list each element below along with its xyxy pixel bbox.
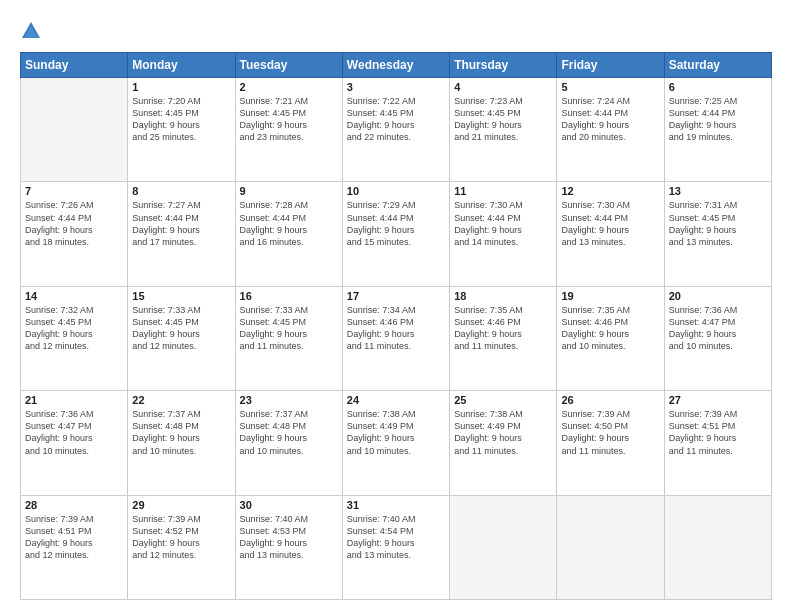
calendar-day-cell: 23Sunrise: 7:37 AMSunset: 4:48 PMDayligh…: [235, 391, 342, 495]
calendar-day-cell: 1Sunrise: 7:20 AMSunset: 4:45 PMDaylight…: [128, 78, 235, 182]
calendar-week-row: 7Sunrise: 7:26 AMSunset: 4:44 PMDaylight…: [21, 182, 772, 286]
day-info: Sunrise: 7:39 AMSunset: 4:50 PMDaylight:…: [561, 408, 659, 457]
day-number: 21: [25, 394, 123, 406]
day-number: 27: [669, 394, 767, 406]
day-number: 20: [669, 290, 767, 302]
day-info: Sunrise: 7:39 AMSunset: 4:52 PMDaylight:…: [132, 513, 230, 562]
calendar-day-cell: 3Sunrise: 7:22 AMSunset: 4:45 PMDaylight…: [342, 78, 449, 182]
day-number: 5: [561, 81, 659, 93]
calendar-day-cell: 31Sunrise: 7:40 AMSunset: 4:54 PMDayligh…: [342, 495, 449, 599]
day-info: Sunrise: 7:39 AMSunset: 4:51 PMDaylight:…: [669, 408, 767, 457]
day-info: Sunrise: 7:36 AMSunset: 4:47 PMDaylight:…: [25, 408, 123, 457]
day-info: Sunrise: 7:36 AMSunset: 4:47 PMDaylight:…: [669, 304, 767, 353]
calendar-day-cell: 5Sunrise: 7:24 AMSunset: 4:44 PMDaylight…: [557, 78, 664, 182]
day-number: 12: [561, 185, 659, 197]
day-number: 8: [132, 185, 230, 197]
day-info: Sunrise: 7:35 AMSunset: 4:46 PMDaylight:…: [561, 304, 659, 353]
day-info: Sunrise: 7:27 AMSunset: 4:44 PMDaylight:…: [132, 199, 230, 248]
day-info: Sunrise: 7:23 AMSunset: 4:45 PMDaylight:…: [454, 95, 552, 144]
calendar-day-cell: 11Sunrise: 7:30 AMSunset: 4:44 PMDayligh…: [450, 182, 557, 286]
day-info: Sunrise: 7:33 AMSunset: 4:45 PMDaylight:…: [240, 304, 338, 353]
day-info: Sunrise: 7:38 AMSunset: 4:49 PMDaylight:…: [454, 408, 552, 457]
calendar-day-cell: [450, 495, 557, 599]
day-number: 30: [240, 499, 338, 511]
calendar-table: SundayMondayTuesdayWednesdayThursdayFrid…: [20, 52, 772, 600]
day-info: Sunrise: 7:24 AMSunset: 4:44 PMDaylight:…: [561, 95, 659, 144]
day-number: 11: [454, 185, 552, 197]
day-number: 2: [240, 81, 338, 93]
calendar-day-cell: 14Sunrise: 7:32 AMSunset: 4:45 PMDayligh…: [21, 286, 128, 390]
day-info: Sunrise: 7:29 AMSunset: 4:44 PMDaylight:…: [347, 199, 445, 248]
day-info: Sunrise: 7:37 AMSunset: 4:48 PMDaylight:…: [240, 408, 338, 457]
day-info: Sunrise: 7:30 AMSunset: 4:44 PMDaylight:…: [561, 199, 659, 248]
day-number: 15: [132, 290, 230, 302]
calendar-day-cell: 16Sunrise: 7:33 AMSunset: 4:45 PMDayligh…: [235, 286, 342, 390]
day-info: Sunrise: 7:38 AMSunset: 4:49 PMDaylight:…: [347, 408, 445, 457]
calendar-day-header: Sunday: [21, 53, 128, 78]
day-info: Sunrise: 7:34 AMSunset: 4:46 PMDaylight:…: [347, 304, 445, 353]
calendar-header-row: SundayMondayTuesdayWednesdayThursdayFrid…: [21, 53, 772, 78]
calendar-day-header: Friday: [557, 53, 664, 78]
day-number: 29: [132, 499, 230, 511]
calendar-day-cell: 29Sunrise: 7:39 AMSunset: 4:52 PMDayligh…: [128, 495, 235, 599]
calendar-day-cell: 12Sunrise: 7:30 AMSunset: 4:44 PMDayligh…: [557, 182, 664, 286]
calendar-day-header: Monday: [128, 53, 235, 78]
day-number: 9: [240, 185, 338, 197]
day-info: Sunrise: 7:31 AMSunset: 4:45 PMDaylight:…: [669, 199, 767, 248]
calendar-day-cell: 21Sunrise: 7:36 AMSunset: 4:47 PMDayligh…: [21, 391, 128, 495]
day-info: Sunrise: 7:37 AMSunset: 4:48 PMDaylight:…: [132, 408, 230, 457]
day-number: 23: [240, 394, 338, 406]
calendar-week-row: 21Sunrise: 7:36 AMSunset: 4:47 PMDayligh…: [21, 391, 772, 495]
calendar-day-cell: 19Sunrise: 7:35 AMSunset: 4:46 PMDayligh…: [557, 286, 664, 390]
day-info: Sunrise: 7:40 AMSunset: 4:54 PMDaylight:…: [347, 513, 445, 562]
calendar-day-cell: 27Sunrise: 7:39 AMSunset: 4:51 PMDayligh…: [664, 391, 771, 495]
day-number: 7: [25, 185, 123, 197]
calendar-day-cell: 24Sunrise: 7:38 AMSunset: 4:49 PMDayligh…: [342, 391, 449, 495]
calendar-day-cell: 30Sunrise: 7:40 AMSunset: 4:53 PMDayligh…: [235, 495, 342, 599]
day-info: Sunrise: 7:20 AMSunset: 4:45 PMDaylight:…: [132, 95, 230, 144]
calendar-day-cell: [557, 495, 664, 599]
day-number: 26: [561, 394, 659, 406]
logo: [20, 18, 46, 42]
day-number: 6: [669, 81, 767, 93]
calendar-day-cell: [21, 78, 128, 182]
calendar-day-header: Thursday: [450, 53, 557, 78]
calendar-day-cell: 25Sunrise: 7:38 AMSunset: 4:49 PMDayligh…: [450, 391, 557, 495]
calendar-day-cell: 10Sunrise: 7:29 AMSunset: 4:44 PMDayligh…: [342, 182, 449, 286]
logo-icon: [20, 20, 42, 42]
calendar-day-header: Wednesday: [342, 53, 449, 78]
calendar-day-cell: 7Sunrise: 7:26 AMSunset: 4:44 PMDaylight…: [21, 182, 128, 286]
calendar-week-row: 1Sunrise: 7:20 AMSunset: 4:45 PMDaylight…: [21, 78, 772, 182]
day-number: 17: [347, 290, 445, 302]
calendar-day-cell: [664, 495, 771, 599]
calendar-day-cell: 26Sunrise: 7:39 AMSunset: 4:50 PMDayligh…: [557, 391, 664, 495]
day-info: Sunrise: 7:25 AMSunset: 4:44 PMDaylight:…: [669, 95, 767, 144]
calendar-day-cell: 9Sunrise: 7:28 AMSunset: 4:44 PMDaylight…: [235, 182, 342, 286]
day-info: Sunrise: 7:30 AMSunset: 4:44 PMDaylight:…: [454, 199, 552, 248]
header: [20, 18, 772, 42]
day-info: Sunrise: 7:26 AMSunset: 4:44 PMDaylight:…: [25, 199, 123, 248]
day-info: Sunrise: 7:28 AMSunset: 4:44 PMDaylight:…: [240, 199, 338, 248]
calendar-day-cell: 15Sunrise: 7:33 AMSunset: 4:45 PMDayligh…: [128, 286, 235, 390]
day-info: Sunrise: 7:39 AMSunset: 4:51 PMDaylight:…: [25, 513, 123, 562]
day-number: 14: [25, 290, 123, 302]
calendar-day-cell: 13Sunrise: 7:31 AMSunset: 4:45 PMDayligh…: [664, 182, 771, 286]
day-number: 28: [25, 499, 123, 511]
page: SundayMondayTuesdayWednesdayThursdayFrid…: [0, 0, 792, 612]
day-info: Sunrise: 7:32 AMSunset: 4:45 PMDaylight:…: [25, 304, 123, 353]
day-number: 25: [454, 394, 552, 406]
day-number: 4: [454, 81, 552, 93]
calendar-day-cell: 18Sunrise: 7:35 AMSunset: 4:46 PMDayligh…: [450, 286, 557, 390]
calendar-day-cell: 22Sunrise: 7:37 AMSunset: 4:48 PMDayligh…: [128, 391, 235, 495]
calendar-day-cell: 20Sunrise: 7:36 AMSunset: 4:47 PMDayligh…: [664, 286, 771, 390]
day-info: Sunrise: 7:35 AMSunset: 4:46 PMDaylight:…: [454, 304, 552, 353]
calendar-week-row: 14Sunrise: 7:32 AMSunset: 4:45 PMDayligh…: [21, 286, 772, 390]
day-number: 10: [347, 185, 445, 197]
day-number: 24: [347, 394, 445, 406]
calendar-day-header: Saturday: [664, 53, 771, 78]
day-number: 18: [454, 290, 552, 302]
day-number: 31: [347, 499, 445, 511]
day-number: 19: [561, 290, 659, 302]
calendar-week-row: 28Sunrise: 7:39 AMSunset: 4:51 PMDayligh…: [21, 495, 772, 599]
day-info: Sunrise: 7:33 AMSunset: 4:45 PMDaylight:…: [132, 304, 230, 353]
